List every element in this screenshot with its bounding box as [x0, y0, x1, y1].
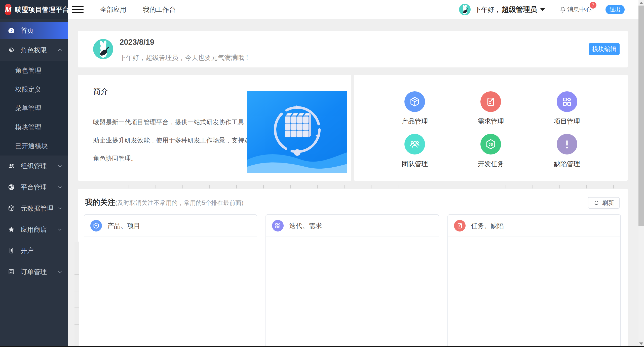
message-center-link[interactable]: 消息中心 7	[559, 6, 591, 14]
sidebar-item-platform[interactable]: 平台管理	[0, 177, 68, 198]
modules-grid: 产品管理 需求管理	[354, 75, 628, 168]
sidebar-subitem-module-management[interactable]: 模块管理	[0, 118, 68, 137]
module-label: 产品管理	[402, 117, 428, 126]
follow-card-tasks-defects: 任务、缺陷	[447, 214, 621, 347]
follow-card-header: 产品、项目	[84, 215, 257, 237]
rabbit-avatar-icon	[459, 4, 471, 15]
my-follow-card: 我的关注 (及时取消关注不常用的，常用的5个排在最前面) 刷新	[78, 189, 628, 347]
follow-card-products-projects: 产品、项目	[84, 214, 257, 347]
intro-illustration-image	[247, 91, 347, 173]
logo-m-icon: M	[5, 4, 11, 15]
sidebar-item-label: 首页	[21, 26, 34, 35]
module-defect-management[interactable]: 缺陷管理	[554, 134, 580, 168]
refresh-label: 刷新	[602, 199, 614, 207]
sidebar-item-label: 组织管理	[21, 162, 47, 171]
module-team-management[interactable]: 团队管理	[402, 134, 428, 168]
follow-card-title: 迭代、需求	[289, 221, 322, 230]
module-edit-button[interactable]: 模块编辑	[589, 43, 620, 55]
module-label: 项目管理	[554, 117, 580, 126]
sidebar-subitem-menu-management[interactable]: 菜单管理	[0, 99, 68, 118]
role-icon	[8, 46, 15, 54]
devtask-js-icon: JS	[480, 134, 501, 155]
sidebar-submenu-roles: 角色管理 权限定义 菜单管理 模块管理 已开通模块	[0, 61, 68, 156]
sidebar-subitem-role-management[interactable]: 角色管理	[0, 61, 68, 80]
sidebar-item-label: 应用商店	[21, 225, 47, 234]
nav-my-workbench[interactable]: 我的工作台	[143, 5, 176, 14]
nav-all-apps[interactable]: 全部应用	[100, 5, 126, 14]
globe-icon	[8, 183, 15, 191]
sidebar-item-orders[interactable]: 订单管理	[0, 261, 68, 282]
module-label: 缺陷管理	[554, 160, 580, 168]
follow-card-title: 任务、缺陷	[471, 221, 504, 230]
sidebar-item-label: 订单管理	[21, 267, 47, 276]
user-greeting[interactable]: 下午好， 超级管理员	[475, 5, 545, 14]
project-components-icon	[272, 220, 284, 232]
sidebar-item-metadata[interactable]: 元数据管理	[0, 198, 68, 219]
welcome-message: 下午好，超级管理员，今天也要元气满满哦！	[120, 53, 250, 62]
project-components-icon	[557, 91, 577, 112]
chevron-down-icon	[57, 269, 62, 274]
follow-subtitle: (及时取消关注不常用的，常用的5个排在最前面)	[115, 199, 243, 207]
sidebar-subitem-permission-definition[interactable]: 权限定义	[0, 80, 68, 99]
intro-card: 简介 唛盟是新一代项目管理平台，提供一站式研发协作工具，帮助企业提升研发效能，使…	[78, 75, 351, 181]
module-product-management[interactable]: 产品管理	[402, 91, 428, 126]
sidebar-subitem-opened-modules[interactable]: 已开通模块	[0, 137, 68, 156]
welcome-avatar	[93, 39, 113, 59]
sidebar-item-open-account[interactable]: 开户	[0, 240, 68, 261]
follow-header: 我的关注 (及时取消关注不常用的，常用的5个排在最前面)	[85, 197, 243, 208]
chevron-down-icon	[57, 206, 62, 211]
sidebar-item-label: 元数据管理	[21, 204, 53, 213]
defect-exclamation-icon	[557, 134, 577, 155]
sidebar-item-roles[interactable]: 角色权限	[0, 39, 68, 61]
follow-card-title: 产品、项目	[107, 221, 140, 230]
refresh-button[interactable]: 刷新	[588, 197, 620, 209]
module-dev-tasks[interactable]: JS 开发任务	[478, 134, 504, 168]
module-project-management[interactable]: 项目管理	[554, 91, 580, 126]
rabbit-avatar-icon	[93, 39, 113, 59]
top-nav: 全部应用 我的工作台	[100, 5, 176, 14]
sidebar-item-app-store[interactable]: 应用商店	[0, 219, 68, 240]
follow-card-header: 任务、缺陷	[448, 215, 620, 237]
user-avatar[interactable]	[459, 4, 471, 15]
message-count-badge: 7	[590, 2, 596, 9]
logout-button[interactable]: 退出	[605, 5, 625, 14]
scrollbar-thumb[interactable]	[638, 6, 644, 226]
app-title: 唛盟项目管理平台	[15, 5, 69, 14]
top-header: 全部应用 我的工作台 下午好， 超级管理员	[68, 0, 638, 19]
product-box-icon	[404, 91, 425, 112]
background-ruler-ticks	[74, 242, 79, 346]
requirement-doc-icon	[480, 91, 501, 112]
chevron-down-icon	[540, 8, 545, 11]
dashboard-icon	[8, 27, 15, 34]
chevron-down-icon	[57, 164, 62, 169]
follow-card-iterations-requirements: 迭代、需求	[266, 214, 439, 347]
sidebar-item-organization[interactable]: 组织管理	[0, 156, 68, 177]
refresh-icon	[593, 200, 599, 206]
organization-icon	[8, 162, 15, 170]
module-requirement-management[interactable]: 需求管理	[478, 91, 504, 126]
module-label: 需求管理	[478, 117, 504, 126]
sidebar-item-home[interactable]: 首页	[0, 22, 68, 39]
account-icon	[8, 247, 15, 254]
sidebar-item-label: 角色权限	[21, 46, 47, 55]
window-bottom-edge	[0, 346, 644, 347]
sidebar-item-label: 开户	[21, 246, 34, 255]
modules-card: 产品管理 需求管理	[354, 75, 628, 181]
order-icon	[8, 268, 15, 276]
intro-title: 简介	[93, 86, 108, 97]
scrollbar-up-arrow-icon[interactable]	[639, 2, 643, 4]
menu-toggle-icon[interactable]	[72, 6, 84, 13]
welcome-card: 2023/8/19 下午好，超级管理员，今天也要元气满满哦！ 模块编辑	[78, 31, 628, 67]
requirement-doc-icon	[454, 220, 466, 232]
follow-card-header: 迭代、需求	[266, 215, 438, 237]
bell-icon	[559, 6, 566, 13]
star-icon	[8, 226, 15, 233]
greeting-prefix: 下午好，	[475, 5, 501, 14]
scrollbar-down-arrow-icon[interactable]	[639, 342, 643, 345]
follow-title: 我的关注	[85, 197, 115, 208]
follow-grid: 产品、项目 迭代、需求	[84, 214, 621, 347]
sidebar-item-label: 平台管理	[21, 183, 47, 192]
background-grid-ticks	[102, 185, 623, 188]
vertical-scrollbar[interactable]	[638, 0, 644, 347]
module-label: 团队管理	[402, 160, 428, 168]
